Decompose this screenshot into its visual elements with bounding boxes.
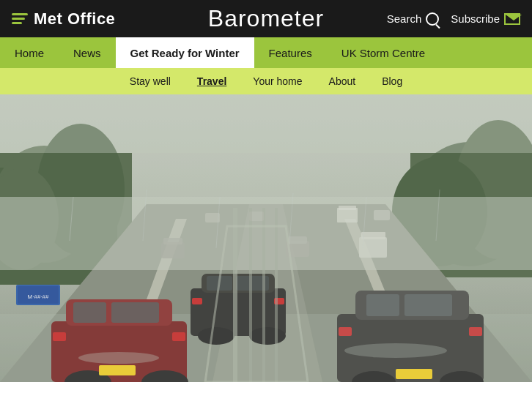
envelope-icon bbox=[504, 13, 520, 25]
nav-home[interactable]: Home bbox=[0, 37, 59, 68]
subnav-your-home[interactable]: Your home bbox=[240, 68, 315, 94]
nav-features[interactable]: Features bbox=[254, 37, 327, 68]
search-button[interactable]: Search bbox=[387, 12, 440, 26]
secondary-navigation: Stay well Travel Your home About Blog bbox=[0, 68, 532, 94]
logo[interactable]: Met Office bbox=[12, 10, 115, 29]
logo-wave-3 bbox=[12, 22, 22, 24]
top-bar-actions: Search Subscribe bbox=[387, 12, 520, 26]
nav-uk-storm-centre[interactable]: UK Storm Centre bbox=[327, 37, 440, 68]
search-label: Search bbox=[387, 12, 422, 25]
logo-waves-icon bbox=[12, 13, 28, 24]
subnav-travel[interactable]: Travel bbox=[184, 68, 240, 94]
nav-news[interactable]: News bbox=[59, 37, 116, 68]
logo-wave-1 bbox=[12, 13, 28, 15]
logo-text: Met Office bbox=[34, 10, 115, 29]
hero-svg: M·##·## bbox=[0, 94, 532, 382]
site-title: Barometer bbox=[208, 5, 324, 32]
subnav-about[interactable]: About bbox=[316, 68, 369, 94]
top-bar: Met Office Barometer Search Subscribe bbox=[0, 0, 532, 37]
subnav-stay-well[interactable]: Stay well bbox=[117, 68, 184, 94]
subnav-blog[interactable]: Blog bbox=[369, 68, 415, 94]
subscribe-label: Subscribe bbox=[451, 12, 500, 25]
primary-navigation: Home News Get Ready for Winter Features … bbox=[0, 37, 532, 68]
subscribe-button[interactable]: Subscribe bbox=[451, 12, 520, 25]
search-icon bbox=[426, 12, 439, 26]
svg-rect-73 bbox=[0, 94, 532, 382]
hero-image: M·##·## bbox=[0, 94, 532, 382]
logo-wave-2 bbox=[12, 18, 25, 20]
nav-get-ready-for-winter[interactable]: Get Ready for Winter bbox=[116, 37, 254, 68]
